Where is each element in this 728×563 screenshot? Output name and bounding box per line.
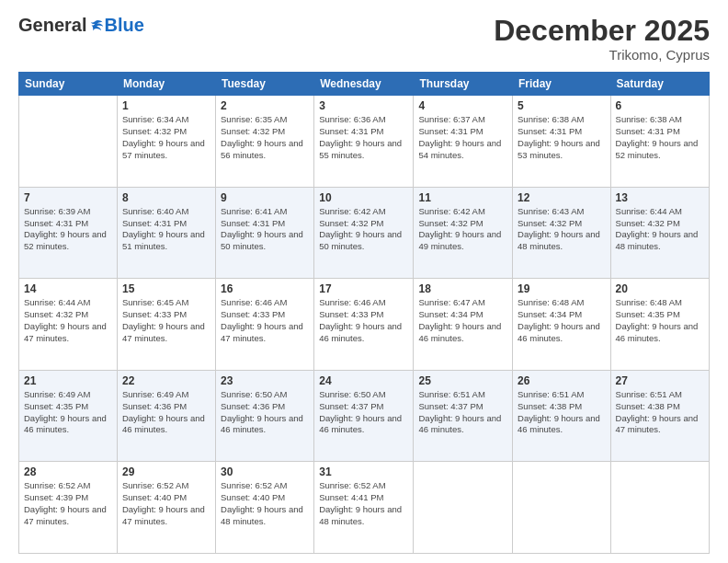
calendar-cell: 28Sunrise: 6:52 AMSunset: 4:39 PMDayligh… <box>19 462 118 554</box>
calendar-cell: 7Sunrise: 6:39 AMSunset: 4:31 PMDaylight… <box>19 187 118 279</box>
calendar-cell: 22Sunrise: 6:49 AMSunset: 4:36 PMDayligh… <box>117 370 215 462</box>
title-block: December 2025 Trikomo, Cyprus <box>494 15 710 63</box>
calendar-cell: 6Sunrise: 6:38 AMSunset: 4:31 PMDaylight… <box>610 96 709 188</box>
col-header-tuesday: Tuesday <box>216 73 314 96</box>
day-number: 30 <box>221 465 309 478</box>
day-info: Sunrise: 6:44 AMSunset: 4:32 PMDaylight:… <box>616 206 704 253</box>
col-header-friday: Friday <box>513 73 611 96</box>
day-number: 1 <box>122 99 210 112</box>
calendar-cell: 21Sunrise: 6:49 AMSunset: 4:35 PMDayligh… <box>19 370 118 462</box>
day-number: 17 <box>319 282 408 295</box>
day-info: Sunrise: 6:49 AMSunset: 4:35 PMDaylight:… <box>24 389 112 436</box>
calendar-cell: 10Sunrise: 6:42 AMSunset: 4:32 PMDayligh… <box>314 187 414 279</box>
calendar-cell: 14Sunrise: 6:44 AMSunset: 4:32 PMDayligh… <box>19 279 118 371</box>
calendar-cell: 30Sunrise: 6:52 AMSunset: 4:40 PMDayligh… <box>216 462 314 554</box>
col-header-wednesday: Wednesday <box>314 73 414 96</box>
day-info: Sunrise: 6:42 AMSunset: 4:32 PMDaylight:… <box>418 206 507 253</box>
day-info: Sunrise: 6:42 AMSunset: 4:32 PMDaylight:… <box>319 206 408 253</box>
day-number: 19 <box>518 282 606 295</box>
day-number: 9 <box>221 191 309 204</box>
logo: General Blue <box>18 15 144 36</box>
calendar-cell: 3Sunrise: 6:36 AMSunset: 4:31 PMDaylight… <box>314 96 414 188</box>
logo-bird-icon <box>87 17 104 34</box>
col-header-sunday: Sunday <box>19 73 118 96</box>
location-text: Trikomo, Cyprus <box>494 47 710 63</box>
day-info: Sunrise: 6:46 AMSunset: 4:33 PMDaylight:… <box>221 297 309 344</box>
day-info: Sunrise: 6:52 AMSunset: 4:40 PMDaylight:… <box>221 480 309 527</box>
calendar-cell: 13Sunrise: 6:44 AMSunset: 4:32 PMDayligh… <box>610 187 709 279</box>
day-number: 28 <box>24 465 112 478</box>
month-title: December 2025 <box>494 15 710 47</box>
calendar-cell: 19Sunrise: 6:48 AMSunset: 4:34 PMDayligh… <box>513 279 611 371</box>
calendar-week-row: 7Sunrise: 6:39 AMSunset: 4:31 PMDaylight… <box>19 187 710 279</box>
calendar-cell: 29Sunrise: 6:52 AMSunset: 4:40 PMDayligh… <box>117 462 215 554</box>
day-number: 11 <box>418 191 507 204</box>
day-number: 8 <box>122 191 210 204</box>
day-info: Sunrise: 6:51 AMSunset: 4:37 PMDaylight:… <box>418 389 507 436</box>
day-info: Sunrise: 6:51 AMSunset: 4:38 PMDaylight:… <box>616 389 704 436</box>
calendar-week-row: 21Sunrise: 6:49 AMSunset: 4:35 PMDayligh… <box>19 370 710 462</box>
day-info: Sunrise: 6:37 AMSunset: 4:31 PMDaylight:… <box>418 114 507 161</box>
day-info: Sunrise: 6:38 AMSunset: 4:31 PMDaylight:… <box>518 114 606 161</box>
calendar-cell <box>513 462 611 554</box>
day-info: Sunrise: 6:50 AMSunset: 4:37 PMDaylight:… <box>319 389 408 436</box>
day-number: 13 <box>616 191 704 204</box>
day-number: 2 <box>221 99 309 112</box>
day-number: 12 <box>518 191 606 204</box>
day-info: Sunrise: 6:40 AMSunset: 4:31 PMDaylight:… <box>122 206 210 253</box>
calendar-cell: 12Sunrise: 6:43 AMSunset: 4:32 PMDayligh… <box>513 187 611 279</box>
calendar-cell <box>610 462 709 554</box>
calendar-week-row: 28Sunrise: 6:52 AMSunset: 4:39 PMDayligh… <box>19 462 710 554</box>
day-number: 7 <box>24 191 112 204</box>
calendar-header-row: SundayMondayTuesdayWednesdayThursdayFrid… <box>19 73 710 96</box>
day-number: 23 <box>221 374 309 387</box>
day-number: 4 <box>418 99 507 112</box>
day-number: 16 <box>221 282 309 295</box>
calendar-cell: 1Sunrise: 6:34 AMSunset: 4:32 PMDaylight… <box>117 96 215 188</box>
day-number: 6 <box>616 99 704 112</box>
calendar-cell <box>19 96 118 188</box>
calendar-week-row: 1Sunrise: 6:34 AMSunset: 4:32 PMDaylight… <box>19 96 710 188</box>
calendar-cell: 18Sunrise: 6:47 AMSunset: 4:34 PMDayligh… <box>414 279 513 371</box>
calendar-cell: 23Sunrise: 6:50 AMSunset: 4:36 PMDayligh… <box>216 370 314 462</box>
day-number: 3 <box>319 99 408 112</box>
day-number: 10 <box>319 191 408 204</box>
calendar-cell: 15Sunrise: 6:45 AMSunset: 4:33 PMDayligh… <box>117 279 215 371</box>
day-info: Sunrise: 6:52 AMSunset: 4:39 PMDaylight:… <box>24 480 112 527</box>
col-header-saturday: Saturday <box>610 73 709 96</box>
day-info: Sunrise: 6:44 AMSunset: 4:32 PMDaylight:… <box>24 297 112 344</box>
logo-blue-text: Blue <box>104 15 143 36</box>
calendar-cell: 25Sunrise: 6:51 AMSunset: 4:37 PMDayligh… <box>414 370 513 462</box>
logo-general-text: General <box>18 15 86 36</box>
day-info: Sunrise: 6:36 AMSunset: 4:31 PMDaylight:… <box>319 114 408 161</box>
day-info: Sunrise: 6:49 AMSunset: 4:36 PMDaylight:… <box>122 389 210 436</box>
day-number: 25 <box>418 374 507 387</box>
day-number: 22 <box>122 374 210 387</box>
day-number: 26 <box>518 374 606 387</box>
day-info: Sunrise: 6:45 AMSunset: 4:33 PMDaylight:… <box>122 297 210 344</box>
day-number: 5 <box>518 99 606 112</box>
day-number: 15 <box>122 282 210 295</box>
day-info: Sunrise: 6:38 AMSunset: 4:31 PMDaylight:… <box>616 114 704 161</box>
day-number: 20 <box>616 282 704 295</box>
header: General Blue December 2025 Trikomo, Cypr… <box>18 15 710 63</box>
day-info: Sunrise: 6:52 AMSunset: 4:41 PMDaylight:… <box>319 480 408 527</box>
day-info: Sunrise: 6:41 AMSunset: 4:31 PMDaylight:… <box>221 206 309 253</box>
day-info: Sunrise: 6:50 AMSunset: 4:36 PMDaylight:… <box>221 389 309 436</box>
day-info: Sunrise: 6:48 AMSunset: 4:35 PMDaylight:… <box>616 297 704 344</box>
calendar-cell: 24Sunrise: 6:50 AMSunset: 4:37 PMDayligh… <box>314 370 414 462</box>
page: General Blue December 2025 Trikomo, Cypr… <box>0 0 728 563</box>
calendar-cell: 5Sunrise: 6:38 AMSunset: 4:31 PMDaylight… <box>513 96 611 188</box>
day-number: 18 <box>418 282 507 295</box>
day-info: Sunrise: 6:43 AMSunset: 4:32 PMDaylight:… <box>518 206 606 253</box>
day-number: 31 <box>319 465 408 478</box>
day-info: Sunrise: 6:48 AMSunset: 4:34 PMDaylight:… <box>518 297 606 344</box>
day-info: Sunrise: 6:51 AMSunset: 4:38 PMDaylight:… <box>518 389 606 436</box>
calendar-cell: 20Sunrise: 6:48 AMSunset: 4:35 PMDayligh… <box>610 279 709 371</box>
day-number: 24 <box>319 374 408 387</box>
day-info: Sunrise: 6:47 AMSunset: 4:34 PMDaylight:… <box>418 297 507 344</box>
calendar-cell <box>414 462 513 554</box>
day-info: Sunrise: 6:52 AMSunset: 4:40 PMDaylight:… <box>122 480 210 527</box>
calendar-cell: 8Sunrise: 6:40 AMSunset: 4:31 PMDaylight… <box>117 187 215 279</box>
day-info: Sunrise: 6:46 AMSunset: 4:33 PMDaylight:… <box>319 297 408 344</box>
